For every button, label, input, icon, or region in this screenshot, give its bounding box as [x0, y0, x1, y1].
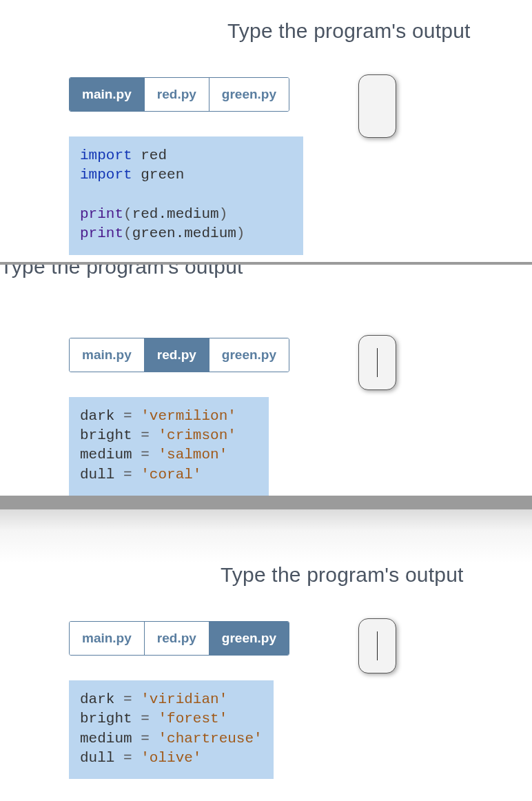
module-red: red: [141, 148, 167, 163]
file-tabs: main.py red.py green.py: [69, 77, 289, 112]
kw-import: import: [80, 148, 132, 163]
text-cursor-icon: [377, 631, 378, 660]
str-salmon: 'salmon': [158, 447, 227, 463]
str-viridian: 'viridian': [141, 691, 227, 707]
panel-main: Type the program's output main.py red.py…: [0, 0, 532, 262]
code-red: dark = 'vermilion' bright = 'crimson' me…: [69, 397, 269, 496]
divider-wide: [0, 496, 532, 509]
var-bright: bright: [80, 711, 132, 727]
str-vermilion: 'vermilion': [141, 408, 236, 424]
var-dull: dull: [80, 467, 114, 483]
var-medium: medium: [80, 447, 132, 463]
left-column: main.py red.py green.py dark = 'vermilio…: [69, 338, 317, 496]
tab-green[interactable]: green.py: [209, 78, 289, 111]
str-chartreuse: 'chartreuse': [158, 731, 262, 747]
tab-main[interactable]: main.py: [70, 338, 145, 372]
heading: Type the program's output: [0, 0, 532, 77]
tab-main[interactable]: main.py: [70, 78, 145, 111]
expr-red-medium: red.medium: [132, 206, 219, 222]
var-dark: dark: [80, 691, 114, 707]
kw-import: import: [80, 167, 132, 183]
var-dark: dark: [80, 408, 114, 424]
file-tabs: main.py red.py green.py: [69, 338, 289, 372]
output-input-box[interactable]: [358, 335, 396, 390]
str-forest: 'forest': [158, 711, 227, 727]
str-coral: 'coral': [141, 467, 201, 483]
panel-red: Type the program's output main.py red.py…: [0, 265, 532, 496]
str-crimson: 'crimson': [158, 427, 236, 443]
code-green: dark = 'viridian' bright = 'forest' medi…: [69, 680, 274, 779]
content-row: main.py red.py green.py dark = 'vermilio…: [0, 338, 532, 496]
var-medium: medium: [80, 731, 132, 747]
shadow-gradient: [0, 509, 532, 563]
tab-main[interactable]: main.py: [70, 622, 145, 655]
left-column: main.py red.py green.py import red impor…: [69, 77, 317, 255]
heading: Type the program's output: [0, 563, 532, 621]
text-cursor-icon: [377, 348, 378, 377]
content-row: main.py red.py green.py dark = 'viridian…: [0, 621, 532, 786]
expr-green-medium: green.medium: [132, 225, 236, 241]
output-input-box[interactable]: [358, 618, 396, 673]
tab-green[interactable]: green.py: [209, 338, 289, 372]
module-green: green: [141, 167, 184, 183]
content-row: main.py red.py green.py import red impor…: [0, 77, 532, 262]
code-main: import red import green print(red.medium…: [69, 136, 303, 255]
output-input-box[interactable]: [358, 74, 396, 138]
tab-green[interactable]: green.py: [209, 622, 289, 655]
tab-red[interactable]: red.py: [145, 78, 209, 111]
tab-red[interactable]: red.py: [145, 338, 209, 372]
file-tabs: main.py red.py green.py: [69, 621, 289, 656]
fn-print: print: [80, 225, 123, 241]
var-dull: dull: [80, 750, 114, 766]
panel-green: Type the program's output main.py red.py…: [0, 563, 532, 786]
var-bright: bright: [80, 427, 132, 443]
heading-clipped: Type the program's output: [0, 265, 532, 295]
str-olive: 'olive': [141, 750, 201, 766]
left-column: main.py red.py green.py dark = 'viridian…: [69, 621, 317, 779]
tab-red[interactable]: red.py: [145, 622, 209, 655]
fn-print: print: [80, 206, 123, 222]
